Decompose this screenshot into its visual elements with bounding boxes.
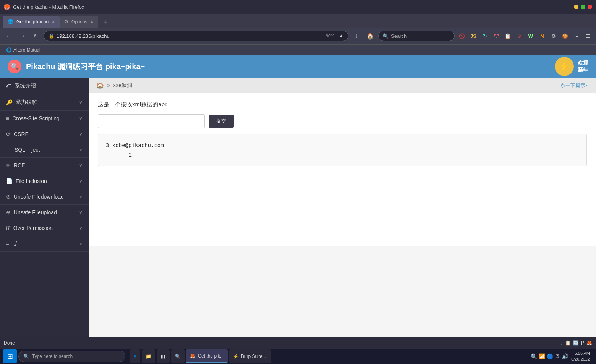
sidebar-item-dotdot[interactable]: ≡ ../ ∨: [0, 236, 89, 252]
sidebar-item-fileinclusion[interactable]: 📄 File Inclusion ∨: [0, 173, 89, 189]
tray-vpn-icon[interactable]: 🔵: [547, 353, 553, 359]
bookmark-star-icon[interactable]: ★: [339, 33, 343, 39]
home-icon[interactable]: 🏠: [96, 82, 104, 89]
tray-network-icon[interactable]: 📶: [539, 353, 545, 359]
burp-label: Burp Suite ...: [241, 354, 267, 359]
sidebar-item-unsafeupload[interactable]: ⊕ Unsafe Fileupload ∨: [0, 205, 89, 220]
firefox-taskbar-icon: 🦊: [190, 353, 196, 359]
taskbar-search[interactable]: 🔍 Type here to search: [18, 351, 125, 362]
taskbar-burp[interactable]: ⚡ Burp Suite ...: [229, 349, 271, 363]
bookmark-altoro[interactable]: 🌐 Altoro Mutual: [4, 47, 43, 53]
tray-icon5: 🦊: [586, 340, 592, 346]
sidebar-item-xss[interactable]: ≡ Cross-Site Scripting ∨: [0, 111, 89, 126]
submit-button[interactable]: 提交: [209, 115, 234, 128]
tab1-close[interactable]: ✕: [52, 19, 55, 24]
status-bar: Done ↓ 📋 🔄 P 🦊: [0, 337, 596, 349]
shield-icon[interactable]: 🛡: [491, 31, 501, 41]
overpermission-chevron: ∨: [79, 225, 83, 231]
dotdot-label: ../: [12, 241, 76, 247]
taskbar-icon-terminal[interactable]: ▮▮: [157, 349, 170, 363]
bookmark-icon: 🌐: [6, 47, 12, 53]
date-display: 6/20/2022: [571, 356, 590, 362]
address-bar[interactable]: 🔒 192.168.42.236/pikachu 90% ★: [44, 31, 348, 41]
dotdot-chevron: ∨: [79, 241, 83, 246]
sidebar-item-sqlinject[interactable]: → SQL-Inject ∨: [0, 142, 89, 158]
browser-logo: 🦊: [4, 4, 10, 10]
block2-icon[interactable]: ⊘: [514, 31, 524, 41]
tab-pikachu[interactable]: 🌐 Get the pikachu ✕: [3, 16, 60, 28]
unsafeupload-chevron: ∨: [79, 210, 83, 215]
taskbar-firefox[interactable]: 🦊 Get the pik...: [186, 349, 228, 363]
gear-icon[interactable]: ⚙: [549, 31, 559, 41]
app-logo: 🔍: [8, 60, 21, 73]
w-icon[interactable]: W: [526, 31, 536, 41]
sidebar-item-bruteforce[interactable]: 🔑 暴力破解 ∨: [0, 94, 89, 111]
bruteforce-label: 暴力破解: [16, 99, 76, 106]
rce-icon: ✏: [6, 162, 11, 168]
taskbar-icon-search[interactable]: 🔍: [171, 349, 185, 363]
tray-time: 5:55 AM 6/20/2022: [571, 351, 590, 362]
reload-button[interactable]: ↻: [31, 31, 41, 41]
sql-icon: →: [6, 147, 11, 153]
tab2-label: Options: [71, 19, 87, 24]
sidebar-item-intro[interactable]: 🏷 系统介绍: [0, 78, 89, 94]
xss-icon: ≡: [6, 115, 9, 121]
n-icon[interactable]: N: [537, 31, 547, 41]
block-icon[interactable]: 🚫: [457, 31, 467, 41]
taskbar-apps: e 📁 ▮▮ 🔍 🦊 Get the pik... ⚡ Burp Suite .…: [127, 349, 529, 363]
home-button[interactable]: 🏠: [364, 30, 376, 42]
search-icon: 🔍: [382, 33, 389, 39]
bookmark-label: Altoro Mutual: [13, 47, 40, 53]
close-button[interactable]: [588, 5, 592, 9]
tray-icon2: 📋: [565, 340, 571, 346]
sidebar-item-overpermission[interactable]: IT Over Permission ∨: [0, 220, 89, 236]
tray-search-icon[interactable]: 🔍: [531, 353, 537, 359]
start-button[interactable]: ⊞: [3, 349, 17, 363]
taskbar-icon-explorer[interactable]: 📁: [142, 349, 155, 363]
sidebar-item-rce[interactable]: ✏ RCE ∨: [0, 158, 89, 173]
tray-volume-icon[interactable]: 🔊: [562, 353, 568, 359]
tray-icon4: P: [581, 340, 584, 346]
js-icon[interactable]: JS: [468, 31, 478, 41]
firefox-label: Get the pik...: [198, 353, 224, 359]
tab-bar: 🌐 Get the pikachu ✕ ⚙ Options ✕ +: [0, 14, 596, 28]
status-text: Done: [4, 340, 560, 346]
unsafeupload-icon: ⊕: [6, 209, 11, 215]
tab-options[interactable]: ⚙ Options ✕: [60, 16, 98, 28]
intro-icon: 🏷: [6, 83, 11, 89]
taskbar: ⊞ 🔍 Type here to search e 📁 ▮▮ 🔍 🦊 Get t…: [0, 349, 596, 364]
csrf-chevron: ∨: [79, 131, 83, 137]
taskbar-search-placeholder: Type here to search: [32, 354, 73, 359]
minimize-button[interactable]: [574, 5, 578, 9]
sidebar: 🏷 系统介绍 🔑 暴力破解 ∨ ≡ Cross-Site Scripting ∨…: [0, 78, 89, 337]
forward-button[interactable]: →: [17, 30, 28, 42]
sql-label: SQL-Inject: [15, 147, 76, 153]
menu-icon[interactable]: ☰: [583, 31, 593, 41]
tray-monitor-icon[interactable]: 🖥: [555, 353, 560, 359]
rce-chevron: ∨: [79, 163, 83, 168]
hint-link[interactable]: 点一下提示~: [560, 82, 588, 89]
taskbar-icon-edge[interactable]: e: [130, 349, 140, 363]
user-info: ⚡ 欢迎 骚年: [555, 57, 588, 76]
back-button[interactable]: ←: [3, 30, 15, 42]
bruteforce-chevron: ∨: [79, 100, 83, 105]
result-box: 3 kobe@pikachu.com 2: [98, 134, 587, 166]
user-avatar: ⚡: [555, 57, 574, 76]
fileinclusion-icon: 📄: [6, 178, 13, 184]
search-box[interactable]: 🔍 Search: [378, 31, 455, 41]
maximize-button[interactable]: [581, 5, 585, 9]
unsafeupload-label: Unsafe Fileupload: [14, 209, 76, 215]
sidebar-item-csrf[interactable]: ⟳ CSRF ∨: [0, 126, 89, 142]
tab2-close[interactable]: ✕: [90, 19, 94, 24]
sidebar-item-unsafedownload[interactable]: ⊘ Unsafe Filedownload ∨: [0, 189, 89, 205]
refresh-icon[interactable]: ↻: [480, 31, 490, 41]
download-icon[interactable]: ↓: [351, 30, 362, 42]
new-tab-button[interactable]: +: [100, 17, 110, 28]
more-tools-icon[interactable]: »: [572, 31, 581, 41]
cookie-icon[interactable]: 🍪: [560, 31, 570, 41]
xml-input[interactable]: [98, 114, 205, 128]
app-header: 🔍 Pikachu 漏洞练习平台 pika~pika~ ⚡ 欢迎 骚年: [0, 55, 596, 78]
overpermission-icon: IT: [6, 225, 10, 231]
extension1-icon[interactable]: 📋: [503, 31, 513, 41]
result-line1: 3 kobe@pikachu.com: [106, 141, 579, 150]
